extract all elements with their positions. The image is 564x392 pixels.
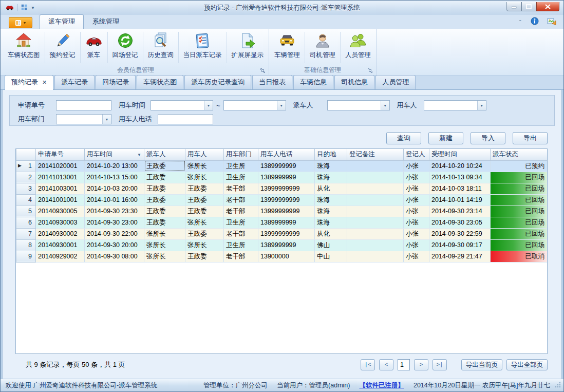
minimize-button[interactable] bbox=[506, 2, 521, 11]
cell[interactable]: 王政委 bbox=[144, 183, 185, 194]
table-row[interactable]: 8201409300012014-09-30 20:00张所长张所长卫生所138… bbox=[16, 239, 548, 251]
cell[interactable]: 佛山 bbox=[315, 239, 347, 251]
column-header-11[interactable]: 派车状态 bbox=[491, 149, 548, 160]
qat-dropdown-icon[interactable]: ▼ bbox=[31, 6, 35, 10]
cell[interactable]: 2014-09-30 09:17 bbox=[429, 239, 491, 251]
chevron-down-icon[interactable]: ▼ bbox=[102, 115, 111, 124]
cell[interactable]: 张所长 bbox=[144, 251, 185, 262]
cell[interactable]: 张所长 bbox=[185, 239, 224, 251]
cell[interactable]: 小张 bbox=[404, 239, 429, 251]
cell[interactable]: 2014-10-03 20:00 bbox=[85, 183, 144, 194]
request-no-input[interactable] bbox=[56, 100, 111, 110]
cell[interactable] bbox=[347, 160, 404, 172]
cell[interactable]: 王政委 bbox=[185, 183, 224, 194]
status-cell[interactable]: 已回场 bbox=[491, 239, 548, 251]
cell[interactable]: 2014-09-30 23:00 bbox=[85, 217, 144, 228]
prev-page-button[interactable]: < bbox=[379, 359, 393, 370]
personnel-manage-button[interactable]: 人员管理 bbox=[341, 30, 375, 65]
cell[interactable]: 20141013001 bbox=[36, 172, 85, 183]
tab-vehicle-info[interactable]: 车辆信息 bbox=[293, 75, 333, 89]
dispatch-button[interactable]: 派车 bbox=[81, 30, 107, 65]
cell[interactable]: 珠海 bbox=[315, 160, 347, 172]
table-row[interactable]: 6201409300032014-09-30 23:00王政委张所长卫生所138… bbox=[16, 217, 548, 228]
status-cell[interactable]: 已取消 bbox=[491, 251, 548, 262]
cell[interactable]: 老干部 bbox=[224, 206, 258, 217]
return-register-button[interactable]: 回场登记 bbox=[108, 30, 142, 65]
cell[interactable]: 13999999999 bbox=[258, 228, 315, 239]
status-cell[interactable]: 已回场 bbox=[491, 228, 548, 239]
next-page-button[interactable]: > bbox=[414, 359, 428, 370]
chevron-down-icon[interactable]: ▼ bbox=[204, 101, 213, 110]
row-header[interactable]: 4 bbox=[16, 194, 36, 206]
reservation-register-button[interactable]: 预约登记 bbox=[46, 30, 80, 65]
cell[interactable]: 张所长 bbox=[144, 239, 185, 251]
cell[interactable]: 张所长 bbox=[185, 160, 224, 172]
column-header-2[interactable]: 用车时间▼ bbox=[85, 149, 144, 160]
export-all-pages-button[interactable]: 导出全部页 bbox=[506, 359, 548, 370]
cell[interactable]: 王政委 bbox=[185, 228, 224, 239]
column-header-7[interactable]: 目的地 bbox=[315, 149, 347, 160]
driver-manage-button[interactable]: 司机管理 bbox=[306, 30, 340, 65]
cell[interactable]: 2014-10-20 13:00 bbox=[85, 160, 144, 172]
column-header-10[interactable]: 受理时间 bbox=[429, 149, 491, 160]
table-row[interactable]: 9201409290022014-09-30 08:00张所长王政委老干部139… bbox=[16, 251, 548, 262]
cell[interactable]: 小张 bbox=[404, 183, 429, 194]
cell[interactable] bbox=[347, 228, 404, 239]
vehicle-manage-button[interactable]: 车辆管理 bbox=[270, 30, 304, 65]
cell[interactable]: 从化 bbox=[315, 183, 347, 194]
license-link[interactable]: 【软件已注册】 bbox=[359, 381, 404, 390]
chevron-down-icon[interactable]: ▼ bbox=[381, 101, 389, 110]
status-cell[interactable]: 已预约 bbox=[491, 160, 548, 172]
cell[interactable]: 20140929002 bbox=[36, 251, 85, 262]
column-header-8[interactable]: 登记备注 bbox=[347, 149, 404, 160]
status-cell[interactable]: 已回场 bbox=[491, 206, 548, 217]
cell[interactable]: 13999999999 bbox=[258, 194, 315, 206]
use-time-to-combo[interactable]: ▼ bbox=[223, 100, 286, 110]
table-row[interactable]: 4201410010012014-10-01 16:00王政委王政委老干部139… bbox=[16, 194, 548, 206]
cell[interactable]: 20140930005 bbox=[36, 206, 85, 217]
cell[interactable] bbox=[347, 172, 404, 183]
cell[interactable]: 王政委 bbox=[144, 206, 185, 217]
close-button[interactable] bbox=[536, 2, 559, 11]
cell[interactable]: 老干部 bbox=[224, 194, 258, 206]
cell[interactable]: 张所长 bbox=[185, 172, 224, 183]
cell[interactable]: 珠海 bbox=[315, 217, 347, 228]
cell[interactable]: 卫生所 bbox=[224, 160, 258, 172]
cell[interactable]: 珠海 bbox=[315, 194, 347, 206]
cell[interactable]: 珠海 bbox=[315, 172, 347, 183]
cell[interactable]: 2014-09-30 22:59 bbox=[429, 228, 491, 239]
use-time-from-combo[interactable]: ▼ bbox=[151, 100, 213, 110]
query-button[interactable]: 查询 bbox=[386, 132, 421, 144]
close-tab-icon[interactable]: ✕ bbox=[42, 79, 47, 86]
cell[interactable]: 2014-09-29 21:47 bbox=[429, 251, 491, 262]
status-cell[interactable]: 已回场 bbox=[491, 194, 548, 206]
chevron-up-icon[interactable]: ⌃ bbox=[518, 20, 522, 24]
column-header-3[interactable]: 派车人 bbox=[144, 149, 185, 160]
cell[interactable]: 2014-10-13 09:34 bbox=[429, 172, 491, 183]
export-button[interactable]: 导出 bbox=[513, 132, 548, 144]
cell[interactable]: 小张 bbox=[404, 228, 429, 239]
first-page-button[interactable]: |< bbox=[361, 359, 375, 370]
cell[interactable]: 2014-10-01 16:00 bbox=[85, 194, 144, 206]
cell[interactable]: 卫生所 bbox=[224, 239, 258, 251]
cell[interactable]: 2014-10-03 18:11 bbox=[429, 183, 491, 194]
cell[interactable] bbox=[347, 217, 404, 228]
cell[interactable]: 卫生所 bbox=[224, 217, 258, 228]
daily-dispatch-records-button[interactable]: 当日派车记录 bbox=[179, 30, 226, 65]
table-row[interactable]: 5201409300052014-09-30 23:30王政委王政委老干部139… bbox=[16, 206, 548, 217]
cell[interactable] bbox=[347, 239, 404, 251]
maximize-button[interactable] bbox=[521, 2, 536, 11]
table-row[interactable]: ▶1201410200012014-10-20 13:00王政委张所长卫生所13… bbox=[16, 160, 548, 172]
cell[interactable]: 13999999999 bbox=[258, 183, 315, 194]
cell[interactable]: 小张 bbox=[404, 206, 429, 217]
row-header[interactable]: 5 bbox=[16, 206, 36, 217]
cell[interactable]: 1389999999 bbox=[258, 217, 315, 228]
new-button[interactable]: 新建 bbox=[428, 132, 463, 144]
cell[interactable] bbox=[347, 251, 404, 262]
table-row[interactable]: 3201410030012014-10-03 20:00王政委王政委老干部139… bbox=[16, 183, 548, 194]
table-row[interactable]: 7201409300022014-09-30 22:00张所长王政委老干部139… bbox=[16, 228, 548, 239]
cell[interactable]: 2014-09-30 23:30 bbox=[85, 206, 144, 217]
department-combo[interactable]: ▼ bbox=[56, 114, 111, 124]
filter-dropdown-icon[interactable]: ▼ bbox=[137, 153, 141, 157]
phone-input[interactable] bbox=[158, 114, 213, 124]
